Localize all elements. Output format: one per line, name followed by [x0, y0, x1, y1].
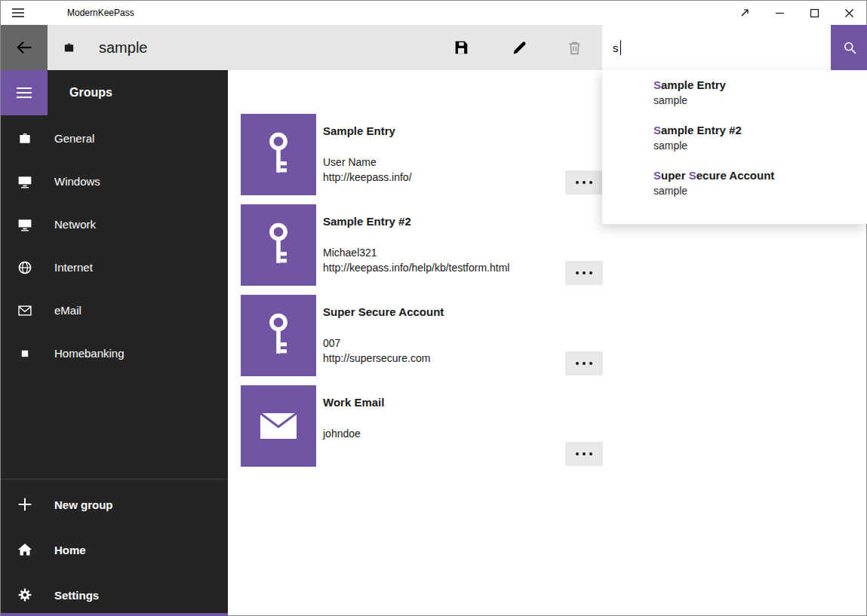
edit-button[interactable] [493, 25, 545, 70]
plus-icon [17, 497, 32, 512]
window-controls [727, 1, 866, 25]
sidebar-item-label: Network [54, 218, 96, 231]
envelope-icon [260, 412, 297, 440]
entry-url: http://supersecure.com [323, 352, 430, 364]
entry-username: Michael321 [323, 247, 377, 259]
app-window: ModernKeePass [0, 0, 867, 616]
close-button[interactable] [832, 1, 866, 25]
sidebar-item-internet[interactable]: Internet [1, 246, 228, 289]
sidebar-item-label: Home [54, 544, 86, 556]
text-caret [620, 40, 622, 55]
titlebar-hamburger-button[interactable] [1, 1, 35, 25]
entry-title: Sample Entry [323, 124, 395, 137]
entry-tile[interactable] [241, 385, 316, 467]
home-icon [17, 542, 32, 557]
maximize-icon [810, 9, 819, 17]
sidebar-accent-strip [1, 613, 228, 616]
key-icon [262, 132, 295, 177]
suggestion-title: Super Secure Account [653, 168, 860, 183]
gear-icon [17, 587, 32, 602]
suggestion-subtitle: sample [653, 138, 860, 153]
sidebar-item-settings[interactable]: Settings [1, 572, 228, 616]
key-icon [262, 313, 295, 358]
sidebar-divider [1, 479, 228, 480]
key-icon [262, 222, 295, 268]
search-text: s [613, 41, 619, 54]
ellipsis-icon [576, 271, 579, 274]
suggestion-sample-entry[interactable]: Sample Entry sample [602, 78, 867, 123]
square-icon [17, 346, 32, 361]
hamburger-icon [12, 8, 24, 18]
entry-username: 007 [323, 337, 340, 349]
close-icon [845, 9, 853, 17]
entry-more-button[interactable] [565, 170, 603, 195]
search-input[interactable]: s [602, 25, 831, 70]
entry-title: Sample Entry #2 [323, 215, 411, 228]
entry-username: johndoe [323, 428, 361, 440]
entry-url: http://keepass.info/help/kb/testform.htm… [323, 262, 509, 274]
sidebar-item-label: Homebanking [54, 347, 125, 360]
entry-more-button[interactable] [565, 442, 603, 466]
entry-title: Super Secure Account [323, 305, 444, 318]
sidebar-item-label: eMail [54, 304, 81, 317]
entry-row-work-email[interactable]: Work Email johndoe [241, 385, 618, 467]
command-bar: sample [1, 25, 866, 70]
sidebar-item-homebanking[interactable]: Homebanking [1, 332, 228, 375]
ellipsis-icon [576, 362, 579, 365]
minimize-icon [776, 9, 784, 17]
search-icon [842, 40, 857, 55]
sidebar-item-windows[interactable]: Windows [1, 160, 228, 203]
database-title: sample [99, 25, 147, 70]
sidebar-item-email[interactable]: eMail [1, 289, 228, 332]
minimize-button[interactable] [762, 1, 797, 25]
groups-heading: Groups [69, 70, 112, 115]
ellipsis-icon [576, 452, 579, 455]
fullscreen-button[interactable] [727, 1, 762, 25]
database-briefcase-icon [63, 41, 75, 54]
suggestion-subtitle: sample [653, 183, 860, 198]
sidebar-item-label: Internet [54, 261, 93, 274]
app-title: ModernKeePass [67, 8, 134, 18]
maximize-button[interactable] [797, 1, 832, 25]
entry-row-sample-entry-2[interactable]: Sample Entry #2 Michael321 http://keepas… [241, 204, 618, 286]
monitor-icon [17, 217, 32, 232]
suggestion-title: Sample Entry [653, 78, 860, 93]
entry-url: http://keepass.info/ [323, 171, 412, 183]
entry-username: User Name [323, 156, 377, 168]
briefcase-icon [17, 131, 32, 146]
fullscreen-icon [740, 8, 749, 17]
sidebar-item-general[interactable]: General [1, 117, 228, 160]
save-icon [453, 39, 469, 56]
ellipsis-icon [576, 181, 579, 184]
suggestion-super-secure-account[interactable]: Super Secure Account sample [602, 168, 867, 213]
search-suggestions-panel: Sample Entry sample Sample Entry #2 samp… [602, 70, 867, 224]
entry-tile[interactable] [241, 295, 316, 376]
suggestion-title: Sample Entry #2 [653, 123, 860, 138]
search-button[interactable] [831, 25, 867, 70]
entry-tile[interactable] [241, 204, 316, 286]
entry-more-button[interactable] [565, 351, 603, 375]
entry-tile[interactable] [241, 114, 316, 195]
suggestion-sample-entry-2[interactable]: Sample Entry #2 sample [602, 123, 867, 168]
sidebar-item-label: New group [54, 498, 113, 511]
suggestion-subtitle: sample [653, 93, 860, 108]
entry-more-button[interactable] [565, 261, 603, 285]
trash-icon [567, 40, 583, 56]
entry-row-sample-entry[interactable]: Sample Entry User Name http://keepass.in… [241, 114, 618, 195]
sidebar-item-network[interactable]: Network [1, 203, 228, 246]
entry-row-super-secure-account[interactable]: Super Secure Account 007 http://supersec… [241, 295, 618, 376]
sidebar-item-new-group[interactable]: New group [1, 482, 228, 527]
sidebar-item-label: Windows [54, 175, 100, 188]
save-button[interactable] [435, 25, 487, 70]
back-button[interactable] [1, 25, 48, 70]
sidebar: Groups General Windows Network Internet [1, 70, 228, 616]
pane-hamburger-button[interactable] [1, 70, 48, 115]
sidebar-item-home[interactable]: Home [1, 527, 228, 572]
entry-title: Work Email [323, 396, 384, 409]
pencil-icon [512, 40, 527, 56]
hamburger-icon [17, 87, 32, 99]
titlebar: ModernKeePass [1, 1, 866, 25]
globe-icon [17, 260, 32, 275]
delete-button[interactable] [549, 25, 600, 70]
monitor-icon [17, 174, 32, 189]
